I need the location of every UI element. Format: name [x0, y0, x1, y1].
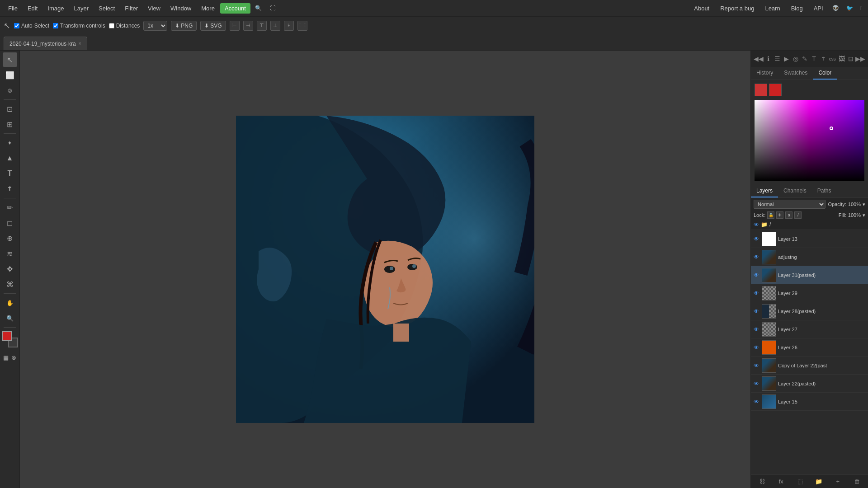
lasso-tool-btn[interactable]: ⌾	[3, 83, 17, 98]
clone-tool-btn[interactable]: ⊕	[3, 231, 17, 245]
text2-icon-right[interactable]: T̈	[819, 53, 828, 64]
align-center-v-icon[interactable]: ⊦	[284, 21, 294, 31]
menu-window[interactable]: Window	[166, 3, 196, 14]
fx-button[interactable]: fx	[776, 477, 786, 487]
fill-value[interactable]: 100%	[848, 212, 861, 218]
brush-tool-btn[interactable]: ✏	[3, 200, 17, 215]
menu-select[interactable]: Select	[94, 3, 119, 14]
eyedrop-tool-btn[interactable]: ✦	[3, 136, 17, 150]
eye-all-icon[interactable]: 👁	[754, 221, 759, 228]
foreground-color-swatch[interactable]	[2, 331, 12, 341]
tab-swatches[interactable]: Swatches	[778, 67, 813, 80]
collapse-right-icon[interactable]: ▶▶	[855, 53, 865, 64]
link-layers-button[interactable]: ⛓	[757, 477, 767, 487]
zoom-tool-btn[interactable]: 🔍	[3, 311, 17, 325]
layer-item[interactable]: 👁 Layer 28(pasted)	[751, 302, 868, 320]
eraser-tool-btn[interactable]: ◻	[3, 216, 17, 230]
layer-item[interactable]: 👁 Layer 22(pasted)	[751, 375, 868, 393]
layer-item[interactable]: 👁 adjustng	[751, 248, 868, 266]
hand-tool-btn[interactable]: ✋	[3, 296, 17, 310]
pen-icon[interactable]: ✎	[800, 53, 809, 64]
lock-alpha-icon[interactable]: α	[785, 211, 793, 219]
facebook-icon[interactable]: f	[858, 3, 864, 13]
transform-controls-checkbox[interactable]	[53, 23, 58, 28]
tab-close-button[interactable]: ×	[79, 41, 81, 46]
text-tool-btn[interactable]: T	[3, 166, 17, 181]
distances-checkbox[interactable]	[109, 23, 114, 28]
folder-slash-icon[interactable]: /	[769, 221, 771, 228]
info-icon[interactable]: ℹ	[764, 53, 773, 64]
smudge-tool-btn[interactable]: ≋	[3, 246, 17, 261]
layer-visibility-toggle[interactable]: 👁	[753, 380, 760, 387]
tab-paths[interactable]: Paths	[812, 185, 837, 197]
distribute-icon[interactable]: ⋮⋮	[297, 21, 307, 31]
layer-item[interactable]: 👁 Layer 29	[751, 284, 868, 302]
fullscreen-icon[interactable]: ⛶	[266, 3, 279, 13]
select-tool-btn[interactable]: ↖	[3, 52, 17, 67]
menu-layer[interactable]: Layer	[70, 3, 94, 14]
location-icon[interactable]: ◎	[791, 53, 800, 64]
menu-account[interactable]: Account	[220, 3, 250, 14]
layer-item[interactable]: 👁 Layer 27	[751, 320, 868, 338]
wand-tool-btn[interactable]: ⌘	[3, 277, 17, 291]
menu-blog[interactable]: Blog	[787, 3, 807, 14]
lock-position-icon[interactable]: ✛	[776, 211, 783, 219]
layer-visibility-toggle[interactable]: 👁	[753, 344, 760, 351]
css-icon[interactable]: css	[828, 53, 837, 64]
tab-channels[interactable]: Channels	[778, 185, 812, 197]
distances-toggle[interactable]: Distances	[109, 23, 140, 29]
select-tool-icon[interactable]: ↖	[4, 21, 10, 31]
layer-visibility-toggle[interactable]: 👁	[753, 272, 760, 279]
layer-visibility-toggle[interactable]: 👁	[753, 326, 760, 333]
menu-learn[interactable]: Learn	[760, 3, 784, 14]
list-icon[interactable]: ☰	[773, 53, 782, 64]
menu-file[interactable]: File	[4, 3, 22, 14]
delete-layer-button[interactable]: 🗑	[852, 477, 862, 487]
menu-about[interactable]: About	[689, 3, 714, 14]
align-center-h-icon[interactable]: ⊣	[243, 21, 253, 31]
layer-item[interactable]: 👁 Layer 26	[751, 338, 868, 357]
fill-dropdown-icon[interactable]: ▾	[863, 212, 865, 218]
image-icon[interactable]: 🖼	[837, 53, 846, 64]
align-right-icon[interactable]: ⊤	[257, 21, 267, 31]
folder-icon[interactable]: 📁	[761, 221, 768, 228]
search-icon[interactable]: 🔍	[251, 3, 265, 13]
transform-tool-btn[interactable]: ⊞	[3, 117, 17, 131]
swatch-red2[interactable]	[769, 84, 782, 96]
menu-filter[interactable]: Filter	[120, 3, 142, 14]
layer-item[interactable]: 👁 Layer 13	[751, 230, 868, 248]
align-top-icon[interactable]: ⊥	[270, 21, 280, 31]
layers-icon-btn[interactable]: ⊟	[846, 53, 855, 64]
menu-more[interactable]: More	[197, 3, 219, 14]
color-gradient-picker[interactable]	[755, 100, 864, 181]
add-mask-button[interactable]: ⬚	[795, 477, 805, 487]
fill-tool-btn[interactable]: ▲	[3, 151, 17, 165]
blend-mode-select[interactable]: NormalMultiplyScreenOverlay	[754, 200, 826, 209]
collapse-left-icon[interactable]: ◀◀	[754, 53, 764, 64]
document-tab[interactable]: 2020-04-19_mysterious-kra ×	[4, 37, 87, 50]
auto-select-toggle[interactable]: Auto-Select	[14, 23, 49, 29]
gradient-tool-btn[interactable]: ▦	[2, 350, 9, 365]
transform-controls-toggle[interactable]: Transform controls	[53, 23, 105, 29]
text2-tool-btn[interactable]: T̈	[3, 182, 17, 196]
lock-pixels-icon[interactable]: 🔒	[767, 211, 774, 219]
reddit-icon[interactable]: 👽	[830, 3, 842, 13]
menu-api[interactable]: API	[809, 3, 828, 14]
zoom-select[interactable]: 1x2x0.5x	[143, 21, 167, 31]
tab-color[interactable]: Color	[813, 67, 837, 80]
tab-history[interactable]: History	[751, 67, 778, 80]
play-icon[interactable]: ▶	[782, 53, 791, 64]
tab-layers[interactable]: Layers	[751, 185, 778, 197]
layer-visibility-toggle[interactable]: 👁	[753, 308, 760, 315]
menu-view[interactable]: View	[143, 3, 165, 14]
heal-tool-btn[interactable]: ⊗	[10, 350, 18, 365]
align-left-icon[interactable]: ⊢	[230, 21, 240, 31]
layer-item[interactable]: 👁 Layer 31(pasted)	[751, 266, 868, 284]
layer-item[interactable]: 👁 Layer 15	[751, 393, 868, 411]
opacity-value[interactable]: 100%	[848, 202, 861, 207]
opacity-dropdown-icon[interactable]: ▾	[863, 202, 865, 207]
lock-all-icon[interactable]: /	[794, 211, 802, 219]
twitter-icon[interactable]: 🐦	[844, 3, 856, 13]
layer-item[interactable]: 👁 Copy of Layer 22(past	[751, 357, 868, 375]
layer-visibility-toggle[interactable]: 👁	[753, 290, 760, 297]
